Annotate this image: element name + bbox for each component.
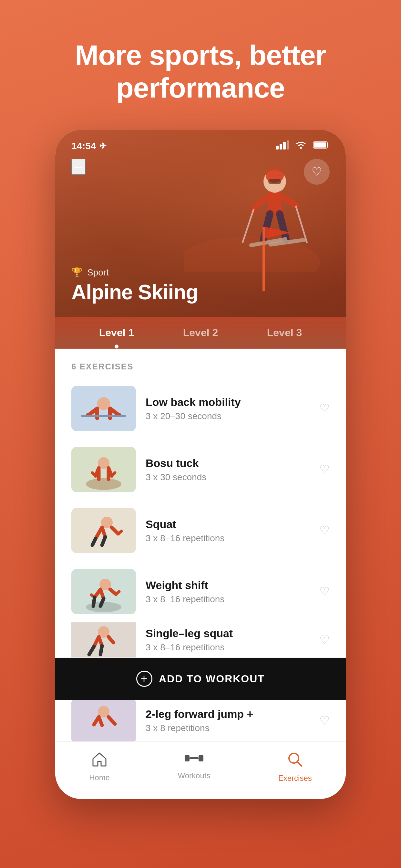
- svg-line-39: [297, 762, 302, 766]
- exercise-item-3[interactable]: Squat 3 x 8–16 repetitions ♡: [55, 500, 346, 561]
- nav-label-exercises: Exercises: [278, 774, 312, 783]
- bottom-nav: Home Workouts Exercises: [55, 742, 346, 799]
- phone-mockup: 14:54 ✈: [55, 130, 346, 799]
- location-icon: ✈: [99, 141, 106, 151]
- sport-category-label: 🏆 Sport: [71, 267, 330, 278]
- nav-item-workouts[interactable]: Workouts: [178, 752, 211, 783]
- add-button-label: ADD TO WORKOUT: [159, 673, 265, 685]
- exercise-info-5: Single–leg squat 3 x 8–16 repetitions: [146, 627, 310, 653]
- status-left: 14:54 ✈: [71, 141, 106, 151]
- exercise-name-2: Bosu tuck: [146, 457, 310, 469]
- add-icon: +: [136, 671, 152, 687]
- svg-point-27: [86, 602, 121, 612]
- sport-hero: ← ♡ 🏆 Sport Alpine Skiing: [55, 130, 346, 317]
- battery-icon: [313, 141, 330, 151]
- exercise-info-4: Weight shift 3 x 8–16 repetitions: [146, 579, 310, 604]
- wifi-icon: [295, 141, 307, 152]
- exercise-detail-6: 3 x 8 repetitions: [146, 723, 310, 733]
- svg-rect-19: [81, 415, 126, 417]
- svg-point-16: [97, 397, 110, 410]
- svg-rect-2: [283, 142, 286, 150]
- svg-rect-37: [202, 756, 204, 760]
- exercise-name-5: Single–leg squat: [146, 627, 310, 640]
- exercise-heart-5[interactable]: ♡: [319, 633, 330, 647]
- exercise-heart-6[interactable]: ♡: [319, 714, 330, 727]
- svg-rect-33: [189, 757, 198, 759]
- svg-rect-0: [276, 146, 279, 150]
- svg-rect-36: [185, 756, 187, 760]
- exercise-name-6: 2-leg forward jump +: [146, 708, 310, 720]
- exercises-count: 6 EXERCISES: [55, 349, 346, 378]
- nav-label-home: Home: [89, 773, 110, 782]
- status-bar: 14:54 ✈: [55, 130, 346, 156]
- svg-line-18: [117, 413, 120, 415]
- exercise-heart-3[interactable]: ♡: [319, 524, 330, 537]
- status-right: [276, 141, 330, 152]
- exercise-item-4[interactable]: Weight shift 3 x 8–16 repetitions ♡: [55, 561, 346, 622]
- svg-point-4: [300, 147, 302, 149]
- trophy-icon: 🏆: [71, 267, 83, 278]
- svg-line-25: [118, 531, 121, 534]
- exercise-detail-5: 3 x 8–16 repetitions: [146, 642, 310, 653]
- exercise-item-6[interactable]: 2-leg forward jump + 3 x 8 repetitions ♡: [55, 700, 346, 742]
- exercise-detail-4: 3 x 8–16 repetitions: [146, 594, 310, 604]
- exercise-thumb-4: [71, 569, 136, 614]
- back-button[interactable]: ←: [71, 159, 86, 175]
- exercise-item-5[interactable]: Single–leg squat 3 x 8–16 repetitions ♡: [55, 622, 346, 658]
- exercise-info-3: Squat 3 x 8–16 repetitions: [146, 518, 310, 544]
- exercise-heart-1[interactable]: ♡: [319, 402, 330, 415]
- favorite-button[interactable]: ♡: [304, 159, 330, 185]
- svg-line-17: [88, 413, 91, 415]
- svg-line-12: [296, 206, 307, 243]
- exercise-name-4: Weight shift: [146, 579, 310, 592]
- nav-item-exercises[interactable]: Exercises: [278, 752, 312, 783]
- time-display: 14:54: [71, 141, 96, 151]
- exercise-heart-2[interactable]: ♡: [319, 463, 330, 476]
- signal-icon: [276, 141, 289, 152]
- nav-label-workouts: Workouts: [178, 771, 211, 780]
- svg-rect-6: [314, 143, 326, 148]
- exercise-heart-4[interactable]: ♡: [319, 585, 330, 598]
- sport-title: Alpine Skiing: [71, 280, 330, 304]
- exercise-detail-3: 3 x 8–16 repetitions: [146, 533, 310, 544]
- add-to-workout-button[interactable]: + ADD TO WORKOUT: [55, 658, 346, 700]
- exercise-detail-1: 3 x 20–30 seconds: [146, 411, 310, 422]
- tab-level-1[interactable]: Level 1: [99, 317, 134, 348]
- exercise-thumb-3: [71, 508, 136, 553]
- svg-point-21: [86, 478, 121, 490]
- home-icon: [91, 752, 107, 770]
- exercise-detail-2: 3 x 30 seconds: [146, 472, 310, 483]
- exercise-info-2: Bosu tuck 3 x 30 seconds: [146, 457, 310, 483]
- skier-illustration: [184, 149, 320, 272]
- exercise-name-3: Squat: [146, 518, 310, 531]
- exercise-item-2[interactable]: Bosu tuck 3 x 30 seconds ♡: [55, 439, 346, 500]
- tab-level-2[interactable]: Level 2: [183, 317, 218, 348]
- exercise-thumb-2: [71, 447, 136, 492]
- exercise-thumb-6: [71, 700, 136, 742]
- exercise-thumb-1: [71, 386, 136, 431]
- exercise-info-6: 2-leg forward jump + 3 x 8 repetitions: [146, 708, 310, 733]
- tab-level-3[interactable]: Level 3: [267, 317, 302, 348]
- level-tabs: Level 1 Level 2 Level 3: [55, 317, 346, 349]
- nav-item-home[interactable]: Home: [89, 752, 110, 783]
- svg-rect-10: [268, 179, 281, 184]
- exercise-info-1: Low back mobility 3 x 20–30 seconds: [146, 396, 310, 422]
- workouts-icon: [185, 752, 204, 768]
- exercises-icon: [287, 752, 303, 771]
- exercise-name-1: Low back mobility: [146, 396, 310, 408]
- svg-rect-3: [287, 141, 289, 150]
- hero-title-text: More sports, better performance: [0, 0, 401, 130]
- exercise-thumb-5: [71, 622, 136, 658]
- exercise-item-1[interactable]: Low back mobility 3 x 20–30 seconds ♡: [55, 378, 346, 439]
- exercise-list: 6 EXERCISES Low back mobility 3 x 20–30 …: [55, 349, 346, 742]
- svg-rect-1: [280, 144, 282, 150]
